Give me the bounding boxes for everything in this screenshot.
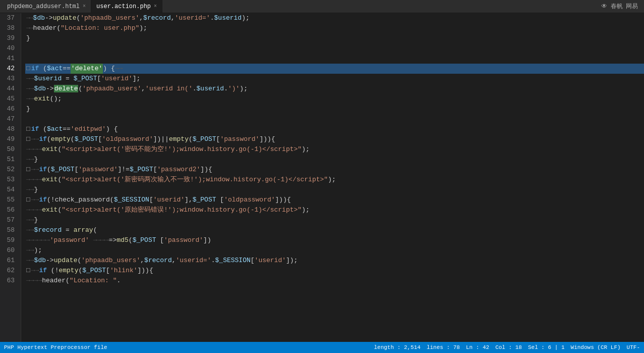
ln-39: 39 bbox=[2, 33, 17, 43]
tab-label: phpdemo_adduser.html bbox=[7, 3, 80, 10]
tabs: phpdemo_adduser.html × user.action.php × bbox=[2, 0, 162, 13]
code-line-53: →→→→exit("<script>alert('新密码两次输入不一致!');w… bbox=[25, 175, 644, 185]
ln-51: 51 bbox=[2, 155, 17, 165]
code-area: 37 38 39 40 41 42 43 44 45 46 47 48 49 5… bbox=[0, 13, 644, 342]
status-col: Col : 18 bbox=[495, 344, 522, 350]
logo-chunfan: 👁 春帆 bbox=[601, 2, 623, 11]
status-lines: lines : 78 bbox=[427, 344, 460, 350]
code-line-52: □→→if($_POST['password']!=$_POST['passwo… bbox=[25, 165, 644, 175]
code-line-39: } bbox=[25, 33, 644, 43]
line-numbers: 37 38 39 40 41 42 43 44 45 46 47 48 49 5… bbox=[0, 13, 21, 342]
ln-59: 59 bbox=[2, 235, 17, 245]
ln-61: 61 bbox=[2, 256, 17, 266]
code-line-63: →→→→header("Location: ". bbox=[25, 276, 644, 286]
ln-44: 44 bbox=[2, 84, 17, 94]
ln-60: 60 bbox=[2, 245, 17, 256]
code-line-56: →→→→exit("<script>alert('原始密码错误!');windo… bbox=[25, 205, 644, 215]
code-line-46: } bbox=[25, 104, 644, 114]
code-line-62: □→→if (!empty($_POST['hlink'])){ bbox=[25, 266, 644, 276]
code-line-43: →→$userid = $_POST['userid']; bbox=[25, 74, 644, 84]
code-line-59: →→→→→→'password' →→→→=>md5($_POST ['pass… bbox=[25, 235, 644, 245]
tab-user-action[interactable]: user.action.php × bbox=[91, 0, 162, 13]
ln-46: 46 bbox=[2, 104, 17, 114]
code-content[interactable]: →→$db->update('phpaadb_users',$record,'u… bbox=[21, 13, 644, 342]
code-line-51: →→} bbox=[25, 155, 644, 165]
ln-41: 41 bbox=[2, 54, 17, 64]
ln-49: 49 bbox=[2, 134, 17, 144]
status-length: length : 2,514 bbox=[374, 344, 420, 350]
ln-62: 62 bbox=[2, 266, 17, 276]
ln-40: 40 bbox=[2, 43, 17, 54]
ln-50: 50 bbox=[2, 144, 17, 155]
ln-48: 48 bbox=[2, 124, 17, 134]
ln-52: 52 bbox=[2, 165, 17, 175]
status-sel: Sel : 6 | 1 bbox=[528, 344, 565, 350]
code-line-58: →→$record = array( bbox=[25, 225, 644, 235]
editor-window: phpdemo_adduser.html × user.action.php ×… bbox=[0, 0, 644, 353]
code-line-49: □→→if(empty($_POST['oldpassword'])||empt… bbox=[25, 134, 644, 144]
code-line-55: □→→if(!check_password($_SESSION['userid'… bbox=[25, 195, 644, 205]
status-left: PHP Hypertext Preprocessor file bbox=[4, 344, 107, 350]
tab-close-2[interactable]: × bbox=[154, 4, 157, 9]
ln-57: 57 bbox=[2, 215, 17, 225]
tab-bar: phpdemo_adduser.html × user.action.php ×… bbox=[0, 0, 644, 13]
logo-wangyi: 网易 bbox=[626, 2, 638, 11]
code-line-38: →→header("Location: user.php"); bbox=[25, 23, 644, 33]
ln-43: 43 bbox=[2, 74, 17, 84]
tab-close-1[interactable]: × bbox=[83, 4, 86, 9]
ln-63: 63 bbox=[2, 276, 17, 286]
status-ln: Ln : 42 bbox=[466, 344, 489, 350]
code-line-57: →→} bbox=[25, 215, 644, 225]
code-line-40 bbox=[25, 43, 644, 54]
code-line-60: →→); bbox=[25, 245, 644, 256]
ln-38: 38 bbox=[2, 23, 17, 33]
ln-54: 54 bbox=[2, 185, 17, 195]
code-line-41 bbox=[25, 54, 644, 64]
code-line-54: →→} bbox=[25, 185, 644, 195]
tab-phpdemo[interactable]: phpdemo_adduser.html × bbox=[2, 0, 91, 13]
ln-53: 53 bbox=[2, 175, 17, 185]
code-line-45: →→exit(); bbox=[25, 94, 644, 104]
status-bar: PHP Hypertext Preprocessor file length :… bbox=[0, 342, 644, 353]
code-line-48: □if ($act=='editpwd') { bbox=[25, 124, 644, 134]
code-line-61: →→$db->update('phpaadb_users',$record,'u… bbox=[25, 256, 644, 266]
code-line-42: □if ($act=='delete') {→→ bbox=[25, 64, 644, 74]
status-encoding: Windows (CR LF) bbox=[571, 344, 621, 350]
status-right: length : 2,514 lines : 78 Ln : 42 Col : … bbox=[374, 344, 640, 350]
ln-37: 37 bbox=[2, 13, 17, 23]
tab-label-active: user.action.php bbox=[96, 3, 151, 10]
code-line-37: →→$db->update('phpaadb_users',$record,'u… bbox=[25, 13, 644, 23]
status-utf: UTF- bbox=[627, 344, 640, 350]
ln-56: 56 bbox=[2, 205, 17, 215]
ln-42: 42 bbox=[2, 64, 17, 74]
ln-47: 47 bbox=[2, 114, 17, 124]
code-line-47 bbox=[25, 114, 644, 124]
ln-58: 58 bbox=[2, 225, 17, 235]
top-right-logos: 👁 春帆 网易 bbox=[601, 2, 642, 11]
ln-45: 45 bbox=[2, 94, 17, 104]
code-line-44: →→$db->delete('phpaadb_users','userid in… bbox=[25, 84, 644, 94]
file-type: PHP Hypertext Preprocessor file bbox=[4, 344, 107, 350]
ln-55: 55 bbox=[2, 195, 17, 205]
code-line-50: →→→→exit("<script>alert('密码不能为空!');windo… bbox=[25, 144, 644, 155]
